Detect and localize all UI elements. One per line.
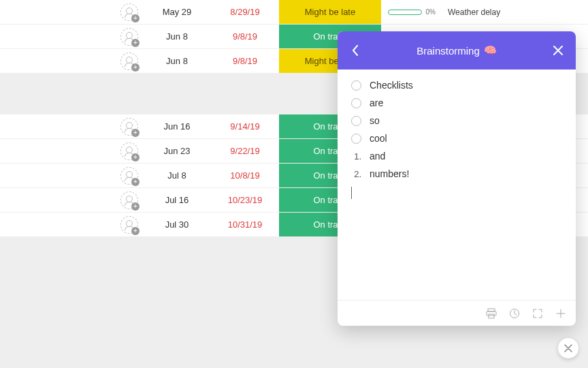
close-icon (553, 46, 563, 55)
checkbox-icon[interactable] (351, 98, 361, 108)
number-marker: 2. (351, 169, 361, 179)
checklist-item[interactable]: are (351, 94, 562, 112)
due-date: 9/8/19 (211, 31, 279, 42)
assign-person-icon: + (120, 142, 138, 160)
checklist-text: so (370, 115, 380, 126)
checkbox-icon[interactable] (351, 116, 361, 126)
assign-person-icon: + (120, 3, 138, 21)
brainstorming-panel: Brainstorming 🧠 Checklists are so cool 1… (338, 31, 576, 326)
numbered-text: and (370, 151, 385, 162)
assign-cell[interactable]: + (116, 118, 143, 136)
printer-icon (486, 308, 497, 319)
table-row[interactable]: + May 29 8/29/19 Might be late 0% Weathe… (0, 0, 588, 25)
checklist-item[interactable]: Checklists (351, 76, 562, 94)
due-date: 9/22/19 (211, 146, 279, 156)
panel-body[interactable]: Checklists are so cool 1. and 2. numbers… (338, 70, 576, 300)
start-date: Jul 30 (143, 219, 211, 230)
due-date: 10/8/19 (211, 170, 279, 181)
panel-footer (338, 300, 576, 326)
brain-emoji-icon: 🧠 (484, 44, 497, 57)
checklist-text: Checklists (370, 80, 413, 91)
svg-rect-1 (487, 311, 496, 316)
panel-header: Brainstorming 🧠 (338, 31, 576, 70)
assign-cell[interactable]: + (116, 142, 143, 160)
numbered-item[interactable]: 1. and (351, 147, 562, 165)
close-icon (564, 344, 572, 352)
panel-title-text: Brainstorming (416, 45, 480, 57)
assign-cell[interactable]: + (116, 191, 143, 209)
note-cell[interactable]: Weather delay (442, 7, 588, 17)
checkbox-icon[interactable] (351, 134, 361, 144)
assign-cell[interactable]: + (116, 167, 143, 185)
start-date: Jun 23 (143, 146, 211, 156)
numbered-item[interactable]: 2. numbers! (351, 165, 562, 183)
due-date: 9/14/19 (211, 121, 279, 132)
expand-button[interactable] (532, 308, 543, 319)
text-cursor (351, 187, 352, 199)
history-icon (509, 308, 520, 319)
checklist-item[interactable]: so (351, 112, 562, 129)
svg-rect-0 (488, 309, 495, 311)
assign-cell[interactable]: + (116, 52, 143, 70)
numbered-text: numbers! (370, 168, 409, 179)
due-date: 10/31/19 (211, 219, 279, 230)
start-date: Jun 8 (143, 31, 211, 42)
start-date: Jun 8 (143, 56, 211, 66)
checklist-item[interactable]: cool (351, 129, 562, 147)
history-button[interactable] (509, 308, 520, 319)
back-button[interactable] (348, 44, 362, 57)
assign-cell[interactable]: + (116, 28, 143, 46)
svg-rect-2 (489, 314, 494, 318)
checklist-text: are (370, 97, 383, 108)
start-date: Jul 16 (143, 195, 211, 205)
start-date: Jun 16 (143, 121, 211, 132)
status-cell[interactable]: Might be late (279, 0, 381, 24)
assign-cell[interactable]: + (116, 216, 143, 234)
plus-icon (555, 308, 566, 319)
progress-cell[interactable]: 0% (381, 8, 442, 16)
number-marker: 1. (351, 151, 361, 162)
start-date: May 29 (143, 7, 211, 17)
chevron-left-icon (352, 45, 359, 56)
assign-person-icon: + (120, 191, 138, 209)
assign-person-icon: + (120, 52, 138, 70)
checkbox-icon[interactable] (351, 80, 361, 91)
assign-cell[interactable]: + (116, 3, 143, 21)
close-button[interactable] (551, 44, 565, 57)
due-date: 9/8/19 (211, 56, 279, 66)
panel-title: Brainstorming 🧠 (416, 44, 497, 57)
print-button[interactable] (486, 308, 497, 319)
progress-value: 0% (426, 8, 436, 16)
assign-person-icon: + (120, 216, 138, 234)
start-date: Jul 8 (143, 170, 211, 181)
assign-person-icon: + (120, 167, 138, 185)
add-button[interactable] (555, 308, 566, 319)
assign-person-icon: + (120, 28, 138, 46)
expand-icon (532, 308, 543, 319)
progress-bar (388, 10, 422, 15)
due-date: 8/29/19 (211, 7, 279, 17)
due-date: 10/23/19 (211, 195, 279, 205)
close-chip[interactable] (558, 338, 578, 358)
assign-person-icon: + (120, 118, 138, 136)
checklist-text: cool (370, 133, 387, 144)
